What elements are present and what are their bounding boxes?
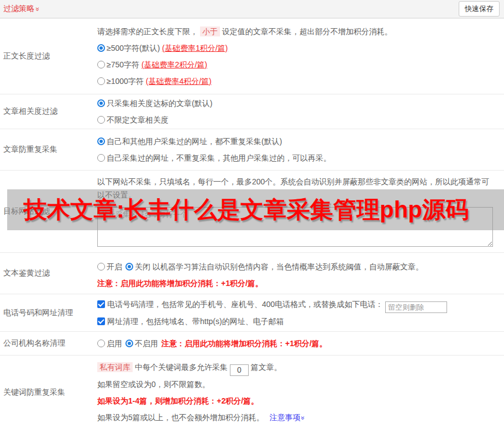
row-label: 电话号码和网址清理	[0, 294, 97, 331]
row-company-clean: 公司机构名称清理 启用不启用注意：启用此功能将增加积分消耗：+1积分/篇。	[0, 331, 504, 355]
blocked-domains-textarea[interactable]	[97, 207, 493, 247]
keyword-fee-note: 如果设为1-4篇，则增加积分消耗：+2积分/篇。	[97, 393, 504, 409]
notes-link[interactable]: 注意事项»	[270, 413, 305, 422]
option-label[interactable]: 不限定文章相关度	[107, 115, 169, 124]
row-content: 开启关闭 以机器学习算法自动识别色情内容，当色情概率达到系统阈值，自动屏蔽文章。…	[97, 253, 504, 294]
radio-porn-on[interactable]	[97, 263, 105, 271]
porn-filter-fee-note: 注意：启用此功能将增加积分消耗：+1积分/篇。	[97, 275, 504, 292]
radio-company-on[interactable]	[97, 340, 105, 347]
row-content: 私有词库 中每个关键词最多允许采集 篇文章。 如果留空或设为0，则不限篇数。 如…	[97, 356, 504, 424]
dedup-option-2: 自己采集过的网址，不重复采集，其他用户采集过的，可以再采。	[97, 150, 504, 166]
keyword-limit-line: 私有词库 中每个关键词最多允许采集 篇文章。	[97, 359, 504, 376]
option-label[interactable]: 自己采集过的网址，不重复采集，其他用户采集过的，可以再采。	[107, 153, 331, 162]
relevance-option-1: 只采集相关度达标的文章(默认)	[97, 95, 504, 112]
note-text: 如果设为5篇或以上，也不会额外增加积分消耗。	[97, 413, 264, 422]
row-label: 文本鉴黄过滤	[0, 253, 97, 294]
url-clean-line: 网址清理，包括纯域名、带http(s)的网址、电子邮箱	[97, 313, 504, 330]
row-label: 正文长度过滤	[0, 19, 97, 94]
intro-text-post: 设定值的文章不采集，超出部分不增加积分消耗。	[220, 27, 392, 36]
keyword-limit-input[interactable]	[230, 364, 249, 376]
limit-text: 中每个关键词最多允许采集	[133, 363, 228, 372]
filter-strategy-page: 过滤策略 » 快速保存 正文长度过滤 请选择需求的正文长度下限， 小于 设定值的…	[0, 0, 504, 424]
site-filter-desc: 以下网站不采集，只填域名，每行一个，最多200个。系统会自动识别并屏蔽那些非文章…	[97, 175, 496, 202]
radio-company-off-checked[interactable]	[125, 340, 133, 347]
option-label[interactable]: ≥500字符(默认)	[107, 44, 162, 52]
option-label[interactable]: 启用	[107, 339, 122, 348]
option-fee-note: (基础费率1积分/篇)	[162, 44, 228, 52]
page-title: 过滤策略	[3, 4, 34, 14]
phone-clean-line: 电话号码清理，包括常见的手机号、座机号、400电话格式，或替换成如下电话：	[97, 296, 504, 313]
row-label: 文章相关度过滤	[0, 94, 97, 129]
radio-750[interactable]	[97, 61, 105, 68]
radio-dedup-global-checked[interactable]	[97, 137, 105, 145]
row-content: 只采集相关度达标的文章(默认) 不限定文章相关度	[97, 94, 504, 129]
row-content: 以下网站不采集，只填域名，每行一个，最多200个。系统会自动识别并屏蔽那些非文章…	[97, 171, 504, 252]
limit-text-post: 篇文章。	[251, 363, 282, 372]
row-dedup-filter: 文章防重复采集 自己和其他用户采集过的网址，都不重复采集(默认) 自己采集过的网…	[0, 129, 504, 170]
option-label[interactable]: ≥750字符	[107, 60, 141, 69]
length-option-1000: ≥1000字符 (基础费率4积分/篇)	[97, 73, 504, 89]
row-phone-url-clean: 电话号码和网址清理 电话号码清理，包括常见的手机号、座机号、400电话格式，或替…	[0, 294, 504, 331]
checkbox-phone-clean-checked[interactable]	[97, 300, 105, 308]
option-label[interactable]: 关闭	[135, 262, 150, 271]
relevance-option-2: 不限定文章相关度	[97, 112, 504, 128]
checkbox-label[interactable]: 网址清理，包括纯域名、带http(s)的网址、电子邮箱	[107, 317, 284, 326]
private-lexicon-highlight: 私有词库	[97, 362, 133, 372]
chevron-down-icon: »	[295, 416, 311, 420]
section-title-filter-strategy[interactable]: 过滤策略 »	[3, 4, 40, 14]
checkbox-label[interactable]: 电话号码清理，包括常见的手机号、座机号、400电话格式，或替换成如下电话：	[107, 300, 383, 309]
option-label[interactable]: 自己和其他用户采集过的网址，都不重复采集(默认)	[107, 137, 282, 146]
keyword-note-zero: 如果留空或设为0，则不限篇数。	[97, 376, 504, 393]
row-relevance-filter: 文章相关度过滤 只采集相关度达标的文章(默认) 不限定文章相关度	[0, 94, 504, 129]
company-clean-options: 启用不启用注意：启用此功能将增加积分消耗：+1积分/篇。	[97, 335, 504, 352]
option-label[interactable]: 不启用	[135, 339, 158, 348]
row-label: 公司机构名称清理	[0, 332, 97, 355]
keyword-note-five: 如果设为5篇或以上，也不会额外增加积分消耗。 注意事项»	[97, 409, 504, 424]
row-porn-filter: 文本鉴黄过滤 开启关闭 以机器学习算法自动识别色情内容，当色情概率达到系统阈值，…	[0, 252, 504, 294]
length-option-750: ≥750字符 (基础费率2积分/篇)	[97, 56, 504, 73]
porn-filter-options: 开启关闭 以机器学习算法自动识别色情内容，当色情概率达到系统阈值，自动屏蔽文章。	[97, 258, 504, 275]
row-content: 电话号码清理，包括常见的手机号、座机号、400电话格式，或替换成如下电话： 网址…	[97, 294, 504, 331]
radio-relevance-any[interactable]	[97, 116, 105, 124]
topbar: 过滤策略 » 快速保存	[0, 0, 504, 18]
quick-save-button[interactable]: 快速保存	[459, 1, 500, 17]
row-content: 启用不启用注意：启用此功能将增加积分消耗：+1积分/篇。	[97, 332, 504, 355]
length-filter-intro: 请选择需求的正文长度下限， 小于 设定值的文章不采集，超出部分不增加积分消耗。	[97, 23, 504, 40]
option-label[interactable]: ≥1000字符	[107, 77, 146, 86]
option-label[interactable]: 只采集相关度达标的文章(默认)	[107, 99, 212, 108]
radio-dedup-own[interactable]	[97, 154, 105, 162]
option-fee-note: (基础费率4积分/篇)	[146, 77, 212, 86]
radio-500-checked[interactable]	[97, 44, 105, 52]
option-label[interactable]: 开启	[107, 262, 122, 271]
radio-porn-off-checked[interactable]	[125, 263, 133, 271]
intro-text-pre: 请选择需求的正文长度下限，	[97, 27, 200, 36]
row-label: 关键词防重复采集	[0, 356, 97, 424]
intro-highlight: 小于	[200, 26, 220, 36]
length-option-500: ≥500字符(默认) (基础费率1积分/篇)	[97, 40, 504, 56]
row-content: 请选择需求的正文长度下限， 小于 设定值的文章不采集，超出部分不增加积分消耗。 …	[97, 19, 504, 94]
company-clean-fee-note: 注意：启用此功能将增加积分消耗：+1积分/篇。	[161, 339, 327, 348]
checkbox-url-clean-checked[interactable]	[97, 317, 105, 325]
radio-1000[interactable]	[97, 77, 105, 85]
row-content: 自己和其他用户采集过的网址，都不重复采集(默认) 自己采集过的网址，不重复采集，…	[97, 129, 504, 170]
row-keyword-dedup: 关键词防重复采集 私有词库 中每个关键词最多允许采集 篇文章。 如果留空或设为0…	[0, 355, 504, 424]
replacement-phone-input[interactable]	[385, 301, 447, 313]
porn-filter-desc: 以机器学习算法自动识别色情内容，当色情概率达到系统阈值，自动屏蔽文章。	[150, 262, 423, 271]
radio-relevance-strict-checked[interactable]	[97, 99, 105, 107]
row-label: 目标网站过滤	[0, 171, 97, 252]
chevron-down-icon: »	[34, 7, 42, 10]
row-label: 文章防重复采集	[0, 129, 97, 170]
dedup-option-1: 自己和其他用户采集过的网址，都不重复采集(默认)	[97, 133, 504, 150]
row-length-filter: 正文长度过滤 请选择需求的正文长度下限， 小于 设定值的文章不采集，超出部分不增…	[0, 18, 504, 94]
row-site-filter: 目标网站过滤 以下网站不采集，只填域名，每行一个，最多200个。系统会自动识别并…	[0, 170, 504, 252]
option-fee-note: (基础费率2积分/篇)	[141, 60, 207, 69]
